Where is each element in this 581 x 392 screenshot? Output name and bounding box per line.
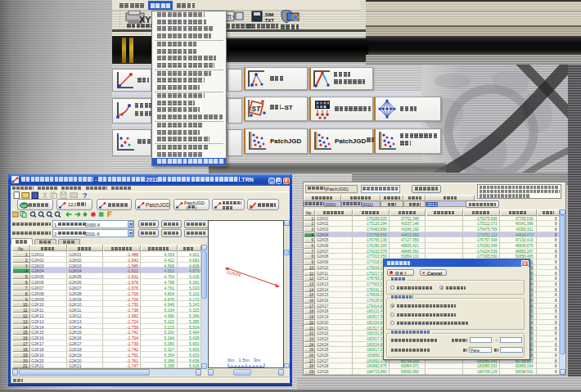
svg-text:0m 1.5m 3m: 0m 1.5m 3m bbox=[227, 358, 260, 363]
svg-text:G2K04: G2K04 bbox=[226, 270, 241, 277]
svg-text:?: ? bbox=[83, 191, 88, 199]
svg-text:.TXT: .TXT bbox=[263, 18, 274, 23]
svg-text:π√: π√ bbox=[227, 12, 236, 20]
svg-text:.SIM: .SIM bbox=[263, 12, 273, 17]
svg-text:xyz: xyz bbox=[21, 204, 28, 208]
svg-text:ST: ST bbox=[251, 105, 262, 113]
